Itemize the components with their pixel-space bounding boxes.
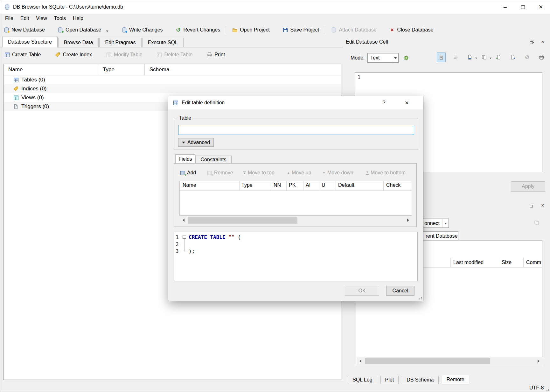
word-wrap-button[interactable] xyxy=(451,52,460,62)
minimize-icon: – xyxy=(504,4,507,10)
cancel-button[interactable]: Cancel xyxy=(386,286,414,296)
move-to-bottom-button[interactable]: ▼ Move to bottom xyxy=(366,169,406,177)
col-default[interactable]: Default xyxy=(338,182,354,188)
save-project-button[interactable]: Save Project xyxy=(282,24,319,35)
remote-col-comment[interactable]: Comm xyxy=(526,260,541,265)
move-down-icon: ▼ xyxy=(323,172,325,174)
col-type[interactable]: Type xyxy=(241,182,253,188)
tab-remote[interactable]: Remote xyxy=(442,375,469,384)
revert-changes-button[interactable]: ↺ Revert Changes xyxy=(176,24,220,35)
scrollbar-track[interactable] xyxy=(187,216,405,224)
close-button[interactable]: × xyxy=(532,0,550,14)
scrollbar-thumb[interactable] xyxy=(365,358,490,364)
tab-constraints[interactable]: Constraints xyxy=(195,156,232,163)
create-index-icon xyxy=(55,52,60,58)
col-check[interactable]: Check xyxy=(386,182,400,188)
copy-button[interactable] xyxy=(480,52,489,62)
toolbar-separator xyxy=(325,26,325,34)
close-database-button[interactable]: × Close Database xyxy=(389,24,434,35)
scroll-left-arrow[interactable] xyxy=(180,216,187,224)
window-resize-grip[interactable] xyxy=(545,387,549,391)
print-cell-button[interactable] xyxy=(537,52,546,62)
sql-identifier: "" xyxy=(228,234,234,240)
tab-execute-sql[interactable]: Execute SQL xyxy=(142,38,184,47)
tree-row-label: Triggers (0) xyxy=(21,103,49,110)
maximize-button[interactable] xyxy=(514,0,532,14)
tree-col-name[interactable]: Name xyxy=(3,64,98,75)
scroll-right-arrow[interactable] xyxy=(535,357,542,365)
col-u[interactable]: U xyxy=(322,182,325,188)
delete-table-button[interactable]: Delete Table xyxy=(157,49,193,60)
tree-col-type[interactable]: Type xyxy=(98,64,145,75)
move-up-button[interactable]: ▲ Move up xyxy=(287,169,311,177)
menu-file[interactable]: File xyxy=(2,15,17,22)
dialog-close-button[interactable]: × xyxy=(401,98,412,107)
tab-sql-log[interactable]: SQL Log xyxy=(348,376,377,384)
tab-db-schema[interactable]: DB Schema xyxy=(402,376,438,384)
tree-col-schema[interactable]: Schema xyxy=(145,64,341,75)
col-ai[interactable]: AI xyxy=(306,182,310,188)
remote-horizontal-scrollbar[interactable] xyxy=(357,357,542,365)
tree-row-indices[interactable]: Indices (0) xyxy=(3,84,341,93)
remote-float-button[interactable] xyxy=(529,202,535,209)
tab-browse-data[interactable]: Browse Data xyxy=(58,38,99,47)
remove-field-button[interactable]: × Remove xyxy=(206,169,233,177)
import-button[interactable] xyxy=(494,52,503,62)
encoding-indicator[interactable]: UTF-8 xyxy=(529,385,544,391)
remote-col-last-modified[interactable]: Last modified xyxy=(453,260,484,265)
scrollbar-track[interactable] xyxy=(364,357,535,365)
move-to-top-button[interactable]: ▲ Move to top xyxy=(243,169,275,177)
remote-close-button[interactable]: × xyxy=(540,202,546,209)
write-changes-button[interactable]: Write Changes xyxy=(121,24,163,35)
mode-select[interactable]: Text xyxy=(367,53,399,63)
new-database-button[interactable]: New Database xyxy=(3,24,45,35)
add-field-button[interactable]: + Add xyxy=(179,169,196,177)
edit-mode-button[interactable] xyxy=(465,52,474,62)
apply-button[interactable]: Apply xyxy=(511,181,545,192)
minimize-button[interactable]: – xyxy=(496,0,514,14)
ok-button[interactable]: OK xyxy=(345,286,379,296)
new-database-label: New Database xyxy=(11,27,45,33)
column-divider xyxy=(271,181,271,190)
export-button[interactable] xyxy=(508,52,517,62)
table-name-input[interactable] xyxy=(178,125,414,135)
menu-help[interactable]: Help xyxy=(69,15,87,22)
scroll-left-arrow[interactable] xyxy=(357,357,364,365)
col-pk[interactable]: PK xyxy=(289,182,296,188)
editor-line-number: 1 xyxy=(355,73,542,80)
open-database-menu-caret[interactable] xyxy=(106,31,108,33)
modify-table-button[interactable]: Modify Table xyxy=(106,49,143,60)
tab-edit-pragmas[interactable]: Edit Pragmas xyxy=(99,38,141,47)
col-nn[interactable]: NN xyxy=(274,182,281,188)
menu-view[interactable]: View xyxy=(32,15,50,22)
create-table-button[interactable]: Create Table xyxy=(4,49,41,60)
auto-mode-button[interactable] xyxy=(401,53,411,63)
remote-identity-select[interactable]: onnect xyxy=(420,219,449,228)
scroll-right-arrow[interactable] xyxy=(405,216,412,224)
attach-database-button[interactable]: Attach Database xyxy=(331,24,376,35)
menu-tools[interactable]: Tools xyxy=(51,15,69,22)
remote-clone-button[interactable] xyxy=(532,218,542,228)
set-null-button[interactable]: ∅ xyxy=(523,52,532,62)
fields-horizontal-scrollbar[interactable] xyxy=(180,216,412,224)
edit-cell-close-button[interactable]: × xyxy=(540,39,546,45)
col-name[interactable]: Name xyxy=(183,182,196,188)
scrollbar-thumb[interactable] xyxy=(188,217,297,224)
tree-row-tables[interactable]: Tables (0) xyxy=(3,75,341,84)
open-project-button[interactable]: Open Project xyxy=(232,24,269,35)
advanced-toggle-button[interactable]: Advanced xyxy=(178,138,214,147)
edit-cell-float-button[interactable] xyxy=(529,39,535,45)
create-index-button[interactable]: Create Index xyxy=(55,49,92,60)
open-database-button[interactable]: Open Database xyxy=(58,24,108,35)
tab-database-structure[interactable]: Database Structure xyxy=(2,37,58,47)
dialog-resize-grip[interactable] xyxy=(418,295,422,299)
print-button[interactable]: Print xyxy=(206,49,225,60)
fold-marker-icon[interactable] xyxy=(183,235,186,239)
menu-edit[interactable]: Edit xyxy=(17,15,33,22)
move-down-button[interactable]: ▼ Move down xyxy=(323,169,353,177)
dialog-help-button[interactable]: ? xyxy=(379,98,389,107)
remote-col-size[interactable]: Size xyxy=(502,260,512,265)
text-view-button[interactable] xyxy=(437,52,446,62)
tab-fields[interactable]: Fields xyxy=(175,154,195,163)
tab-plot[interactable]: Plot xyxy=(380,376,399,384)
